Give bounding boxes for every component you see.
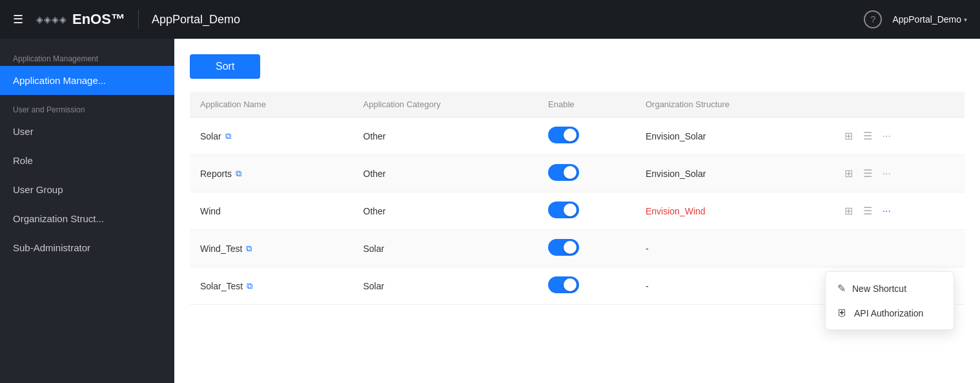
main-content: Sort Application Name Application Catego… xyxy=(174,39,980,383)
app-category: Solar xyxy=(353,267,538,305)
header-app-name: AppPortal_Demo xyxy=(152,13,240,26)
sidebar-item-user[interactable]: User xyxy=(0,117,174,146)
org-structure: - xyxy=(635,267,833,305)
app-name-cell: Reports ⧉ xyxy=(190,155,353,192)
external-link-icon[interactable]: ⧉ xyxy=(225,131,231,141)
table-header-row: Application Name Application Category En… xyxy=(190,92,965,118)
enable-cell xyxy=(538,118,635,155)
more-options-icon[interactable]: ··· xyxy=(881,167,892,181)
app-name: Solar xyxy=(200,131,221,141)
dropdown-item-label: New Shortcut xyxy=(852,284,906,294)
user-menu[interactable]: AppPortal_Demo ▾ xyxy=(892,14,967,25)
org-name-highlight: Envision_Wind xyxy=(646,206,706,216)
list-view-icon[interactable]: ☰ xyxy=(862,129,873,143)
logo-text: EnOS™ xyxy=(72,11,125,28)
app-category: Other xyxy=(353,155,538,192)
sidebar-item-label: Role xyxy=(13,155,33,166)
sidebar-item-org-struct[interactable]: Organization Struct... xyxy=(0,204,174,233)
enable-toggle[interactable] xyxy=(548,239,579,256)
list-view-icon[interactable]: ☰ xyxy=(862,166,873,181)
enable-toggle[interactable] xyxy=(548,276,579,293)
sidebar-item-label: Application Manage... xyxy=(13,75,106,86)
org-structure-icon[interactable]: ⊞ xyxy=(843,166,854,181)
help-icon[interactable]: ? xyxy=(864,10,882,28)
api-auth-icon: ⛨ xyxy=(837,307,848,319)
col-actions xyxy=(833,92,965,118)
sidebar-item-label: User Group xyxy=(13,184,63,195)
header-logo: ◈◈◈◈ EnOS™ xyxy=(36,11,125,28)
action-cell: ⊞ ☰ ··· xyxy=(833,118,965,155)
logo-dots-icon: ◈◈◈◈ xyxy=(36,14,67,25)
app-name: Wind_Test xyxy=(200,243,242,254)
app-name: Wind xyxy=(200,206,221,216)
app-category: Solar xyxy=(353,230,538,267)
more-options-dropdown: ✎ New Shortcut ⛨ API Authorization xyxy=(825,271,954,330)
sidebar-item-user-group[interactable]: User Group xyxy=(0,175,174,204)
menu-icon[interactable]: ☰ xyxy=(13,12,23,26)
org-structure: Envision_Solar xyxy=(635,118,833,155)
enable-cell xyxy=(538,155,635,192)
enable-toggle[interactable] xyxy=(548,127,579,143)
list-view-icon[interactable]: ☰ xyxy=(862,203,873,218)
sidebar-item-label: Sub-Administrator xyxy=(13,242,90,253)
table-row: Solar ⧉ Other Envision_Solar ⊞ xyxy=(190,118,965,155)
more-options-icon[interactable]: ··· xyxy=(881,204,892,218)
header-right: ? AppPortal_Demo ▾ xyxy=(864,10,967,28)
enable-toggle[interactable] xyxy=(548,164,579,181)
more-options-icon[interactable]: ··· xyxy=(881,129,892,143)
external-link-icon[interactable]: ⧉ xyxy=(247,281,252,291)
external-link-icon[interactable]: ⧉ xyxy=(236,169,241,179)
app-name: Reports xyxy=(200,169,232,179)
table-row: Reports ⧉ Other Envision_Solar ⊞ xyxy=(190,155,965,192)
external-link-icon[interactable]: ⧉ xyxy=(246,243,252,254)
app-category: Other xyxy=(353,192,538,230)
col-enable: Enable xyxy=(538,92,635,118)
enable-cell xyxy=(538,267,635,305)
new-shortcut-icon: ✎ xyxy=(837,282,846,295)
header: ☰ ◈◈◈◈ EnOS™ AppPortal_Demo ? AppPortal_… xyxy=(0,0,980,39)
sidebar: Application Management Application Manag… xyxy=(0,39,174,383)
header-divider xyxy=(138,10,139,29)
col-org-structure: Organization Structure xyxy=(635,92,833,118)
sidebar-item-label: Organization Struct... xyxy=(13,213,104,224)
org-structure: Envision_Solar xyxy=(635,155,833,192)
enable-cell xyxy=(538,230,635,267)
org-structure: - xyxy=(635,230,833,267)
org-structure-icon[interactable]: ⊞ xyxy=(843,129,854,143)
action-cell: ⊞ ☰ ··· xyxy=(833,155,965,192)
app-name-cell: Wind_Test ⧉ xyxy=(190,230,353,267)
app-name-cell: Solar_Test ⧉ xyxy=(190,267,353,305)
table-row: Wind_Test ⧉ Solar - xyxy=(190,230,965,267)
sidebar-item-label: User xyxy=(13,126,34,137)
org-structure-icon[interactable]: ⊞ xyxy=(843,203,854,218)
action-cell: ⊞ ☰ ··· xyxy=(833,192,965,230)
org-structure: Envision_Wind xyxy=(635,192,833,230)
app-name: Solar_Test xyxy=(200,281,243,291)
dropdown-item-new-shortcut[interactable]: ✎ New Shortcut xyxy=(826,276,954,301)
enable-toggle[interactable] xyxy=(548,202,579,218)
sidebar-item-role[interactable]: Role xyxy=(0,146,174,175)
app-category: Other xyxy=(353,118,538,155)
sidebar-item-sub-admin[interactable]: Sub-Administrator xyxy=(0,233,174,262)
col-app-category: Application Category xyxy=(353,92,538,118)
table-row: Wind Other Envision_Wind ⊞ xyxy=(190,192,965,230)
user-dropdown-arrow-icon: ▾ xyxy=(964,16,967,23)
sidebar-item-application-manage[interactable]: Application Manage... xyxy=(0,66,174,95)
sort-button[interactable]: Sort xyxy=(190,54,260,79)
user-name: AppPortal_Demo xyxy=(892,14,961,25)
app-name-cell: Solar ⧉ xyxy=(190,118,353,155)
app-name-cell: Wind xyxy=(190,192,353,230)
dropdown-item-api-auth[interactable]: ⛨ API Authorization xyxy=(826,301,954,326)
action-cell xyxy=(833,230,965,267)
dropdown-item-label: API Authorization xyxy=(854,308,923,318)
sidebar-section-app-management: Application Management xyxy=(0,49,174,66)
col-app-name: Application Name xyxy=(190,92,353,118)
body: Application Management Application Manag… xyxy=(0,39,980,383)
sidebar-section-user-permission: User and Permission xyxy=(0,100,174,117)
enable-cell xyxy=(538,192,635,230)
